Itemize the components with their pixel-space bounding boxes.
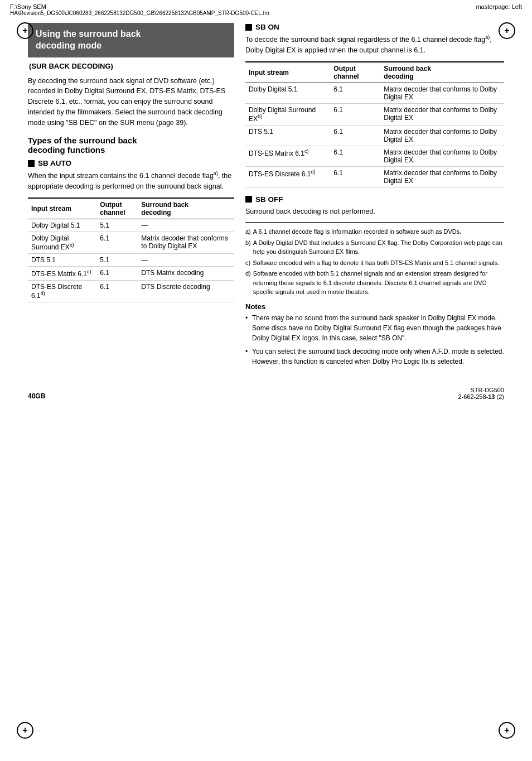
cell-input: DTS-ES Discrete 6.1d): [28, 281, 96, 302]
section-heading: Types of the surround backdecoding funct…: [28, 136, 234, 155]
table-row: Dolby Digital Surround EXb) 6.1 Matrix d…: [245, 103, 504, 125]
corner-mark-tl: [17, 22, 33, 39]
cell-surround: Matrix decoder that conforms to Dolby Di…: [380, 83, 504, 103]
cell-output: 6.1: [96, 281, 138, 302]
th-surround-decoding: Surround backdecoding: [138, 198, 234, 219]
notes-heading: Notes: [245, 302, 504, 311]
th-output-channel: Outputchannel: [96, 198, 138, 219]
table-row: DTS-ES Matrix 6.1c) 6.1 DTS Matrix decod…: [28, 267, 234, 281]
cell-surround: Matrix decoder that conforms to Dolby Di…: [138, 232, 234, 254]
sb-on-icon: [245, 24, 252, 31]
model-number: STR-DG5002-662-258-13 (2): [458, 387, 504, 400]
table-row: DTS-ES Matrix 6.1c) 6.1 Matrix decoder t…: [245, 146, 504, 166]
cell-surround: DTS Discrete decoding: [138, 281, 234, 302]
cell-input: DTS 5.1: [28, 254, 96, 267]
table-row: DTS-ES Discrete 6.1d) 6.1 Matrix decoder…: [245, 166, 504, 187]
sb-auto-icon: [28, 160, 35, 167]
sb-off-body: Surround back decoding is not performed.: [245, 206, 504, 217]
cell-output: 6.1: [330, 146, 380, 166]
sb-off-heading: SB OFF: [245, 195, 504, 204]
cell-surround: —: [138, 254, 234, 267]
footnote-c: c) Software encoded with a flag to denot…: [245, 258, 504, 268]
cell-input: Dolby Digital 5.1: [245, 83, 330, 103]
sb-auto-heading: SB AUTO: [28, 159, 234, 167]
header-right: masterpage: Left: [476, 3, 522, 16]
divider: [245, 222, 504, 223]
footer: 40GB STR-DG5002-662-258-13 (2): [0, 381, 532, 406]
th-output-channel: Outputchannel: [330, 62, 380, 83]
cell-output: 6.1: [330, 166, 380, 187]
corner-mark-tr: [499, 22, 515, 39]
notes-list: There may be no sound from the surround …: [245, 313, 504, 367]
cell-output: 6.1: [96, 267, 138, 281]
sb-on-label: SB ON: [255, 23, 279, 31]
right-column: SB ON To decode the surround back signal…: [245, 23, 504, 370]
header: F:\Sony SEM HA\Revision5_DG500\JC060283_…: [0, 0, 532, 17]
cell-input: Dolby Digital Surround EXb): [245, 103, 330, 125]
note-item: There may be no sound from the surround …: [245, 313, 504, 343]
subtitle: (SUR BACK DECODING): [28, 62, 234, 70]
main-content: Using the surround backdecoding mode (SU…: [0, 17, 532, 375]
title-box: Using the surround backdecoding mode: [28, 23, 234, 57]
th-surround-decoding: Surround backdecoding: [380, 62, 504, 83]
table-row: Dolby Digital 5.1 5.1 —: [28, 219, 234, 232]
sb-auto-label: SB AUTO: [38, 159, 71, 167]
table-row: DTS 5.1 6.1 Matrix decoder that conforms…: [245, 125, 504, 146]
table-auto: Input stream Outputchannel Surround back…: [28, 198, 234, 302]
cell-input: Dolby Digital 5.1: [28, 219, 96, 232]
left-column: Using the surround backdecoding mode (SU…: [28, 23, 234, 370]
cell-surround: Matrix decoder that conforms to Dolby Di…: [380, 146, 504, 166]
sb-on-heading: SB ON: [245, 23, 504, 31]
table-on: Input stream Outputchannel Surround back…: [245, 61, 504, 187]
sb-auto-body: When the input stream contains the 6.1 c…: [28, 170, 234, 192]
cell-input: DTS-ES Matrix 6.1c): [245, 146, 330, 166]
page: F:\Sony SEM HA\Revision5_DG500\JC060283_…: [0, 0, 532, 761]
corner-mark-br: [499, 722, 515, 739]
cell-input: Dolby Digital Surround EXb): [28, 232, 96, 254]
body-text: By decoding the surround back signal of …: [28, 76, 234, 128]
cell-output: 5.1: [96, 254, 138, 267]
cell-surround: DTS Matrix decoding: [138, 267, 234, 281]
footnote-a: a) A 6.1 channel decode flag is informat…: [245, 227, 504, 237]
cell-output: 6.1: [330, 103, 380, 125]
cell-output: 6.1: [96, 232, 138, 254]
th-input-stream: Input stream: [245, 62, 330, 83]
footnote-d: d) Software encoded with both 5.1 channe…: [245, 269, 504, 297]
table-row: Dolby Digital 5.1 6.1 Matrix decoder tha…: [245, 83, 504, 103]
cell-input: DTS-ES Matrix 6.1c): [28, 267, 96, 281]
notes-section: Notes There may be no sound from the sur…: [245, 302, 504, 367]
table-row: Dolby Digital Surround EXb) 6.1 Matrix d…: [28, 232, 234, 254]
cell-output: 6.1: [330, 125, 380, 146]
title-text: Using the surround backdecoding mode: [36, 29, 141, 50]
cell-output: 5.1: [96, 219, 138, 232]
th-input-stream: Input stream: [28, 198, 96, 219]
page-number: 40GB: [28, 392, 45, 400]
note-item: You can select the surround back decodin…: [245, 346, 504, 367]
cell-input: DTS 5.1: [245, 125, 330, 146]
cell-input: DTS-ES Discrete 6.1d): [245, 166, 330, 187]
footnotes: a) A 6.1 channel decode flag is informat…: [245, 227, 504, 297]
cell-surround: Matrix decoder that conforms to Dolby Di…: [380, 166, 504, 187]
sb-off-icon: [245, 196, 252, 203]
footnote-b: b) A Dolby Digital DVD that includes a S…: [245, 238, 504, 257]
cell-output: 6.1: [330, 83, 380, 103]
sb-on-body: To decode the surround back signal regar…: [245, 34, 504, 56]
cell-surround: —: [138, 219, 234, 232]
cell-surround: Matrix decoder that conforms to Dolby Di…: [380, 103, 504, 125]
table-row: DTS-ES Discrete 6.1d) 6.1 DTS Discrete d…: [28, 281, 234, 302]
sb-off-label: SB OFF: [255, 195, 283, 204]
table-row: DTS 5.1 5.1 —: [28, 254, 234, 267]
corner-mark-bl: [17, 722, 33, 739]
header-left: F:\Sony SEM HA\Revision5_DG500\JC060283_…: [10, 3, 269, 16]
cell-surround: Matrix decoder that conforms to Dolby Di…: [380, 125, 504, 146]
